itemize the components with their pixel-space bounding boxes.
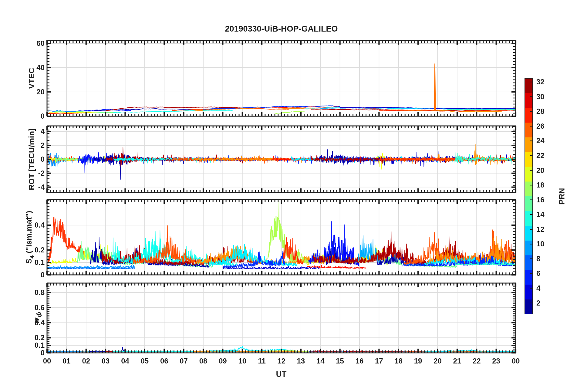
sigma-label-sub: ϕ <box>35 312 42 318</box>
x-tick-label: 11 <box>258 357 265 365</box>
colorbar-tick-label: 10 <box>536 240 545 248</box>
y-tick-label: 0.2 <box>0 246 45 254</box>
y-tick-label: 0 <box>0 349 45 357</box>
plot-canvas <box>0 0 577 392</box>
y-tick-label: -2 <box>0 169 45 177</box>
x-tick-label: 08 <box>199 357 208 365</box>
chart-title: 20190330-UiB-HOP-GALILEO <box>47 24 516 34</box>
x-tick-label: 14 <box>316 357 325 365</box>
x-tick-label: 23 <box>492 357 500 365</box>
x-tick-label: 07 <box>180 357 188 365</box>
x-tick-label: 15 <box>336 357 344 365</box>
y-tick-label: -4 <box>0 183 45 191</box>
y-tick-label: 60 <box>0 39 45 48</box>
y-tick-label: 4 <box>0 127 45 136</box>
y-tick-label: 0 <box>0 271 45 279</box>
colorbar-tick-label: 26 <box>536 122 545 130</box>
colorbar-tick-label: 28 <box>536 107 545 116</box>
y-tick-label: 0.6 <box>0 303 45 312</box>
x-tick-label: 12 <box>277 357 285 365</box>
colorbar-label: PRN <box>557 188 567 205</box>
x-tick-label: 02 <box>82 357 90 365</box>
y-tick-label: 0.1 <box>0 341 45 350</box>
colorbar-tick-label: 20 <box>536 166 545 175</box>
y-tick-label: 0.8 <box>0 288 45 297</box>
figure: 20190330-UiB-HOP-GALILEO VTEC ROT [TECU/… <box>0 0 577 392</box>
x-tick-label: 00 <box>512 357 520 365</box>
x-axis-label: UT <box>276 370 287 379</box>
x-tick-label: 21 <box>453 357 461 365</box>
x-tick-label: 03 <box>102 357 110 365</box>
y-tick-label: 0 <box>0 112 45 120</box>
x-tick-label: 10 <box>238 357 246 365</box>
colorbar-tick-label: 2 <box>536 299 540 307</box>
y-tick-label: 2 <box>0 141 45 150</box>
x-tick-label: 22 <box>473 357 481 365</box>
colorbar-tick-label: 12 <box>536 225 545 234</box>
x-tick-label: 09 <box>219 357 227 365</box>
colorbar-tick-label: 24 <box>536 137 545 145</box>
colorbar-tick-label: 14 <box>536 210 545 219</box>
colorbar-tick-label: 22 <box>536 151 545 160</box>
y-axis-label-s4: S4 ("ism.mat") <box>24 211 35 264</box>
colorbar-tick-label: 6 <box>536 269 540 278</box>
x-tick-label: 16 <box>356 357 364 365</box>
x-tick-label: 17 <box>375 357 383 365</box>
x-tick-label: 13 <box>297 357 305 365</box>
y-tick-label: 0.4 <box>0 319 45 327</box>
colorbar-tick-label: 4 <box>536 284 540 292</box>
colorbar-tick-label: 32 <box>536 78 545 86</box>
y-tick-label: 20 <box>0 88 45 96</box>
y-tick-label: 0.4 <box>0 221 45 229</box>
y-tick-label: 0.2 <box>0 333 45 342</box>
colorbar-tick-label: 18 <box>536 181 545 189</box>
y-tick-label: 0 <box>0 155 45 164</box>
colorbar-tick-label: 8 <box>536 255 540 263</box>
x-tick-label: 19 <box>414 357 422 365</box>
x-tick-label: 04 <box>121 357 129 365</box>
x-tick-label: 18 <box>394 357 403 365</box>
colorbar-tick-label: 30 <box>536 93 545 101</box>
colorbar-tick-label: 16 <box>536 196 545 204</box>
x-tick-label: 01 <box>62 357 71 365</box>
x-tick-label: 05 <box>141 357 149 365</box>
y-tick-label: 0.1 <box>0 258 45 267</box>
x-tick-label: 00 <box>43 357 51 365</box>
y-tick-label: 40 <box>0 63 45 72</box>
x-tick-label: 20 <box>434 357 442 365</box>
x-tick-label: 06 <box>160 357 168 365</box>
